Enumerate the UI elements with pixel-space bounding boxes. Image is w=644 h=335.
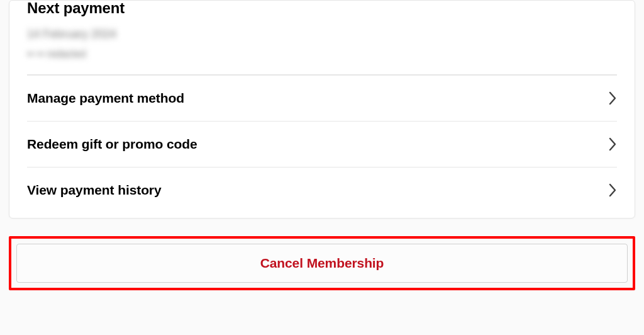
redeem-gift-promo-row[interactable]: Redeem gift or promo code: [27, 121, 617, 167]
manage-payment-method-label: Manage payment method: [27, 91, 184, 106]
payment-method-redacted: •• •• redacted: [27, 45, 617, 64]
membership-settings-screen: Next payment 14 February 2024 •• •• reda…: [0, 0, 644, 335]
cancel-membership-button[interactable]: Cancel Membership: [16, 244, 628, 283]
view-payment-history-row[interactable]: View payment history: [27, 167, 617, 213]
view-payment-history-label: View payment history: [27, 183, 162, 198]
chevron-right-icon: [608, 137, 617, 151]
manage-payment-method-row[interactable]: Manage payment method: [27, 75, 617, 121]
payment-card: Next payment 14 February 2024 •• •• reda…: [9, 0, 635, 219]
redeem-gift-promo-label: Redeem gift or promo code: [27, 137, 197, 152]
chevron-right-icon: [608, 91, 617, 105]
cancel-membership-highlight: Cancel Membership: [9, 236, 635, 290]
chevron-right-icon: [608, 183, 617, 197]
next-payment-date-redacted: 14 February 2024: [27, 23, 617, 45]
next-payment-heading: Next payment: [27, 0, 617, 17]
